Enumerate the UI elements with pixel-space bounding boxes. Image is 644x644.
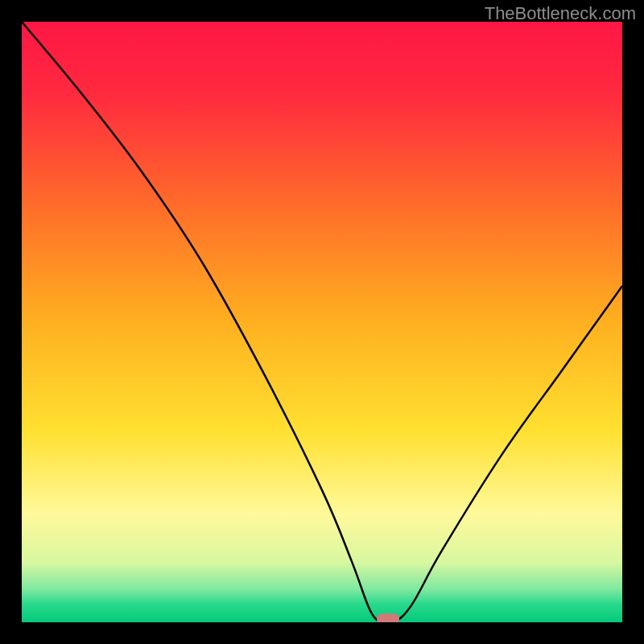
frame-left <box>0 0 22 644</box>
plot-background <box>22 22 622 622</box>
watermark-text: TheBottleneck.com <box>485 3 636 24</box>
chart-container: TheBottleneck.com <box>0 0 644 644</box>
bottleneck-chart <box>0 0 644 644</box>
frame-right <box>622 0 644 644</box>
frame-bottom <box>0 622 644 644</box>
